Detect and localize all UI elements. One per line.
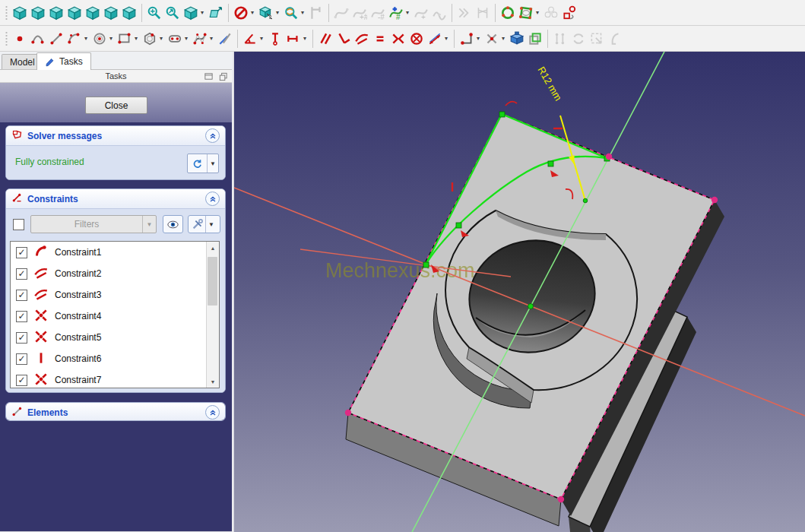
constraint-row[interactable]: ✓Constraint1 <box>11 242 219 263</box>
collapse-chevron-icon[interactable] <box>205 128 220 143</box>
toolbar-grip[interactable] <box>4 30 8 47</box>
mirror-sketch-button[interactable] <box>542 2 560 24</box>
create-arc-button[interactable]: ▾ <box>65 28 90 49</box>
constrain-coincident-button[interactable]: ▾ <box>458 28 483 49</box>
create-rectangle-button[interactable]: ▾ <box>116 28 141 49</box>
undock-panel-icon[interactable] <box>218 71 228 83</box>
chevron-down-icon[interactable]: ▾ <box>534 9 540 16</box>
bspline-decrease-degree-button[interactable]: -# <box>369 2 387 24</box>
constraint-settings-button[interactable]: ▼ <box>188 215 220 233</box>
filter-checkbox[interactable] <box>13 219 24 230</box>
zoom-fit-all-button[interactable] <box>145 2 163 24</box>
trim-edge-button[interactable] <box>474 2 492 24</box>
view-top-button[interactable] <box>47 2 65 24</box>
constraint-row[interactable]: ✓Constraint2 <box>11 263 219 284</box>
create-slot-button[interactable]: ▾ <box>166 28 191 49</box>
constrain-horizontal-distance-button[interactable]: ▾ <box>284 28 309 49</box>
constraint-checkbox[interactable]: ✓ <box>16 290 27 301</box>
chevron-down-icon[interactable]: ▾ <box>158 35 164 42</box>
chevron-down-icon[interactable]: ▾ <box>83 35 89 42</box>
carbon-copy-button[interactable] <box>606 28 624 49</box>
switch-virtual-space-button[interactable] <box>526 28 544 49</box>
validate-sketch-button[interactable] <box>560 2 578 24</box>
create-point-button[interactable] <box>11 28 29 49</box>
chevron-down-icon[interactable]: ▾ <box>500 35 506 42</box>
constrain-equal-button[interactable] <box>371 28 389 49</box>
constraint-row[interactable]: ✓Constraint3 <box>11 284 219 306</box>
constraint-checkbox[interactable]: ✓ <box>16 268 27 280</box>
chevron-down-icon[interactable]: ▾ <box>443 35 449 42</box>
bspline-show-information-button[interactable] <box>332 2 350 24</box>
show-hide-constraints-button[interactable] <box>163 215 183 233</box>
constrain-parallel-button[interactable] <box>316 28 334 49</box>
elements-header[interactable]: Elements <box>6 403 225 421</box>
scrollbar-thumb[interactable] <box>208 257 217 306</box>
measure-distance-button[interactable] <box>307 2 325 24</box>
create-polygon-button[interactable]: ▾ <box>141 28 166 49</box>
solver-messages-header[interactable]: Solver messages <box>6 126 225 145</box>
float-panel-icon[interactable] <box>204 71 214 83</box>
chevron-down-icon[interactable]: ▾ <box>274 9 280 16</box>
constrain-symmetric-button[interactable] <box>389 28 407 49</box>
chevron-down-icon[interactable]: ▾ <box>133 35 139 42</box>
constraint-checkbox[interactable]: ✓ <box>16 353 27 365</box>
view-isometric-button[interactable] <box>11 2 29 24</box>
select-associated-constraints-button[interactable] <box>551 28 569 49</box>
chevron-down-icon[interactable]: ▾ <box>404 9 410 16</box>
create-periodic-bspline-button[interactable] <box>499 2 517 24</box>
constraint-row[interactable]: ✓Constraint6 <box>11 348 219 369</box>
select-origin-button[interactable] <box>588 28 606 49</box>
3d-viewport[interactable]: Mechnexus.com R12 mm <box>234 52 805 532</box>
chevron-down-icon[interactable]: ▾ <box>108 35 114 42</box>
toggle-construction-geometry-button[interactable] <box>216 28 234 49</box>
constrain-perpendicular-button[interactable] <box>334 28 353 49</box>
view-left-button[interactable] <box>120 2 138 24</box>
filters-combo[interactable]: Filters ▼ <box>30 215 157 233</box>
bspline-merge-knots-button[interactable] <box>430 2 448 24</box>
create-circle-button[interactable]: ▾ <box>90 28 116 49</box>
clipping-plane-button[interactable]: ▾ <box>232 2 257 24</box>
constraint-list-scrollbar[interactable]: ▲ ▼ <box>206 242 219 388</box>
select-elements-info-button[interactable] <box>569 28 588 49</box>
zoom-selection-button[interactable] <box>163 2 182 24</box>
bspline-insert-knot-button[interactable]: #▾ <box>387 2 412 24</box>
scroll-up-icon[interactable]: ▲ <box>207 242 219 254</box>
map-sketch-to-face-button[interactable] <box>508 28 526 49</box>
constraint-row[interactable]: ✓Constraint5 <box>11 327 219 348</box>
chevron-down-icon[interactable]: ▾ <box>208 35 214 42</box>
view-right-button[interactable] <box>65 2 84 24</box>
view-bottom-button[interactable] <box>102 2 120 24</box>
solver-refresh-button[interactable] <box>188 154 207 173</box>
constrain-vertical-distance-button[interactable] <box>266 28 284 49</box>
chevron-down-icon[interactable]: ▾ <box>183 35 189 42</box>
chevron-down-icon[interactable]: ▾ <box>299 9 306 16</box>
sync-view-button[interactable]: ▾ <box>282 2 307 24</box>
close-button[interactable]: Close <box>85 97 147 114</box>
convert-to-bspline-button[interactable]: ▾ <box>517 2 542 24</box>
chevron-down-icon[interactable]: ▾ <box>199 9 205 16</box>
view-rear-button[interactable] <box>84 2 102 24</box>
scroll-down-icon[interactable]: ▼ <box>207 375 219 388</box>
bspline-increase-multiplicity-button[interactable]: + <box>412 2 430 24</box>
solver-refresh-dropdown[interactable]: ▼ <box>207 154 218 173</box>
bspline-increase-degree-button[interactable]: +# <box>350 2 369 24</box>
create-line-button[interactable] <box>47 28 65 49</box>
tab-tasks[interactable]: Tasks <box>36 52 91 70</box>
constraint-checkbox[interactable]: ✓ <box>16 375 27 386</box>
view-front-button[interactable] <box>29 2 47 24</box>
collapse-chevron-icon[interactable] <box>205 405 220 420</box>
constraint-row[interactable]: ✓Constraint7 <box>11 369 219 388</box>
create-bspline-button[interactable]: ▾ <box>191 28 216 49</box>
constrain-distance-button[interactable]: ▾ <box>426 28 451 49</box>
constraint-row[interactable]: ✓Constraint4 <box>11 306 219 327</box>
constrain-angle-button[interactable]: ▾ <box>241 28 266 49</box>
constraint-checkbox[interactable]: ✓ <box>16 332 27 344</box>
chevron-down-icon[interactable]: ▾ <box>249 9 255 16</box>
chevron-down-icon[interactable]: ▾ <box>302 35 308 42</box>
draw-style-button[interactable]: ▾ <box>182 2 207 24</box>
toolbar-grip[interactable] <box>4 5 8 21</box>
create-polyline-button[interactable] <box>29 28 47 49</box>
constrain-tangent-button[interactable] <box>353 28 371 49</box>
constraint-checkbox[interactable]: ✓ <box>16 247 27 258</box>
align-view-to-selection-button[interactable] <box>207 2 225 24</box>
